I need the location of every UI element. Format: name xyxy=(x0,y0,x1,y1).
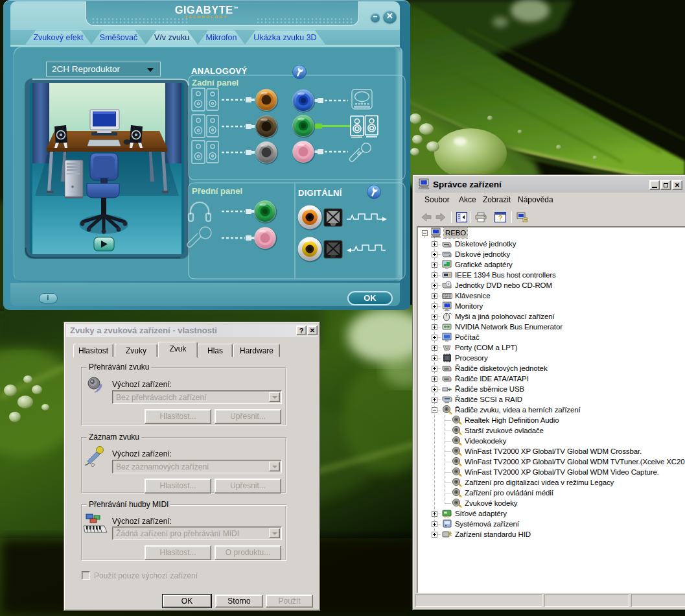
svg-text:?: ? xyxy=(498,214,503,222)
